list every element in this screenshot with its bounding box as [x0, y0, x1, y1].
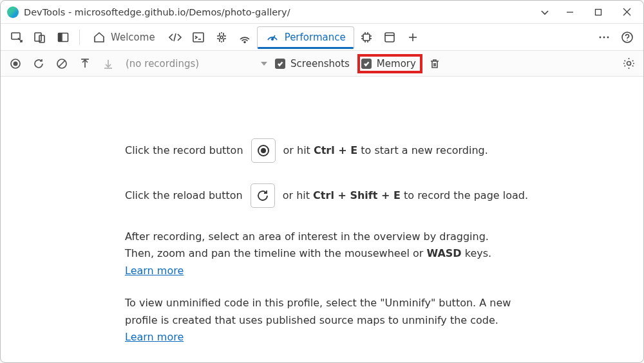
svg-line-10: [174, 33, 176, 41]
tab-elements[interactable]: [164, 26, 186, 48]
reload-button-sample[interactable]: [251, 183, 275, 208]
inspect-icon[interactable]: [6, 26, 28, 48]
close-button[interactable]: [612, 3, 641, 22]
edge-favicon: [7, 6, 19, 18]
record-button[interactable]: [7, 55, 24, 72]
devtools-window: DevTools - microsoftedge.github.io/Demos…: [0, 0, 644, 363]
new-tab-button[interactable]: [402, 26, 424, 48]
recordings-dropdown[interactable]: (no recordings): [126, 58, 199, 70]
overview-hint: After recording, select an area of inter…: [125, 228, 518, 279]
titlebar: DevTools - microsoftedge.github.io/Demos…: [1, 1, 643, 24]
more-options-icon[interactable]: [593, 26, 615, 48]
upload-button[interactable]: [77, 55, 93, 72]
tab-welcome-label: Welcome: [111, 32, 155, 43]
tab-performance-label: Performance: [285, 32, 346, 43]
svg-point-16: [244, 41, 245, 42]
svg-point-18: [271, 39, 273, 41]
tab-welcome[interactable]: Welcome: [85, 26, 163, 48]
chevron-down-icon[interactable]: [534, 1, 556, 23]
svg-point-38: [14, 61, 18, 66]
maximize-button[interactable]: [584, 3, 612, 22]
home-icon: [93, 31, 106, 44]
window-title: DevTools - microsoftedge.github.io/Demos…: [24, 7, 534, 17]
screenshots-label: Screenshots: [290, 58, 350, 70]
reload-record-button[interactable]: [30, 55, 47, 72]
tab-strip: Welcome Performance: [1, 24, 643, 51]
learn-more-link[interactable]: Learn more: [125, 331, 184, 343]
svg-rect-11: [193, 33, 204, 42]
svg-point-32: [600, 36, 601, 38]
screenshots-checkbox[interactable]: Screenshots: [274, 57, 354, 71]
reload-hint-row: Click the reload button or hit Ctrl + Sh…: [125, 183, 605, 208]
reload-hint-post: or hit Ctrl + Shift + E to record the pa…: [283, 189, 528, 203]
svg-rect-28: [385, 33, 394, 42]
checkbox-checked-icon: [361, 59, 372, 69]
svg-rect-1: [596, 9, 601, 15]
svg-rect-19: [363, 34, 370, 41]
memory-checkbox[interactable]: Memory: [360, 57, 420, 71]
garbage-collect-button[interactable]: [426, 55, 443, 72]
separator: [79, 30, 80, 45]
performance-toolbar: (no recordings) Screenshots Memory: [1, 51, 643, 77]
record-button-sample[interactable]: [251, 138, 276, 163]
unminify-hint: To view unminified code in this profile,…: [125, 295, 518, 346]
learn-more-link[interactable]: Learn more: [125, 265, 184, 277]
tab-memory[interactable]: [355, 26, 377, 48]
dock-side-icon[interactable]: [52, 26, 74, 48]
tab-sources[interactable]: [211, 26, 232, 48]
memory-label: Memory: [377, 58, 416, 70]
svg-point-33: [603, 36, 605, 38]
tab-network[interactable]: [234, 26, 256, 48]
svg-point-47: [627, 62, 630, 66]
dropdown-caret-icon[interactable]: [261, 62, 267, 66]
minimize-button[interactable]: [556, 3, 584, 22]
svg-point-36: [627, 39, 628, 41]
tab-performance[interactable]: Performance: [257, 26, 354, 48]
clear-button[interactable]: [53, 55, 70, 72]
svg-line-40: [59, 60, 65, 66]
tab-console[interactable]: [187, 26, 209, 48]
performance-icon: [265, 31, 279, 44]
settings-gear-icon[interactable]: [620, 55, 637, 72]
record-hint-post: or hit Ctrl + E to start a new recording…: [283, 144, 488, 158]
reload-hint-pre: Click the reload button: [125, 189, 243, 203]
download-button[interactable]: [100, 55, 117, 72]
tab-application[interactable]: [379, 26, 401, 48]
record-hint-pre: Click the record button: [125, 144, 243, 158]
record-hint-row: Click the record button or hit Ctrl + E …: [125, 138, 605, 163]
svg-point-34: [607, 36, 609, 38]
svg-rect-5: [35, 33, 41, 41]
svg-point-13: [220, 36, 223, 39]
svg-rect-9: [59, 33, 62, 41]
checkbox-checked-icon: [275, 59, 285, 69]
svg-point-35: [622, 32, 632, 42]
help-icon[interactable]: [616, 26, 638, 48]
performance-empty-state: Click the record button or hit Ctrl + E …: [1, 77, 643, 362]
device-toggle-icon[interactable]: [29, 26, 51, 48]
window-controls: [556, 3, 641, 22]
